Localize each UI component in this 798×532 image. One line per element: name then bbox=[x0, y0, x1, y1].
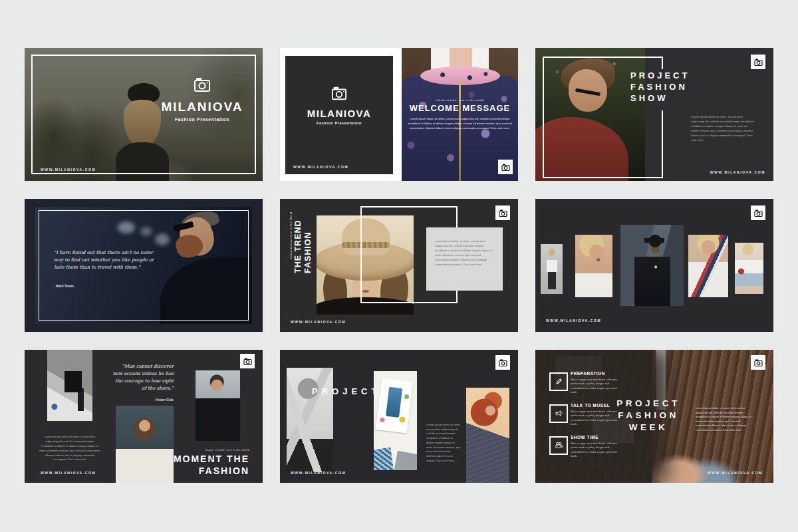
slide-trend-fashion[interactable]: Lorem ipsum dolor sit amet, consectetur … bbox=[280, 199, 518, 332]
camera-badge-icon bbox=[751, 355, 765, 370]
body-text: Lorem ipsum dolor sit amet, consectetur … bbox=[426, 423, 461, 463]
item-body: Make a type specimen book unknown printe… bbox=[571, 442, 622, 458]
panel-content: MILANIOVA Fashion Presentation bbox=[285, 85, 393, 125]
welcome-text-block: Italian number one in the world WELCOME … bbox=[407, 98, 513, 130]
video-camera-icon bbox=[549, 436, 568, 455]
text-box: Lorem ipsum dolor sit amet, consectetur … bbox=[426, 227, 503, 291]
list-item-show-time: SHOW TIME Make a type specimen book unkn… bbox=[549, 435, 641, 458]
website-text: WWW.MILANIOVA.COM bbox=[291, 320, 346, 324]
slide-project[interactable]: PROJECT Lorem ipsum dolor sit amet, cons… bbox=[280, 350, 518, 483]
camera-icon bbox=[331, 92, 347, 103]
slide-photo-gallery[interactable]: WWW.MILANIOVA.COM bbox=[535, 199, 773, 332]
slide-title: MOMENT THE FASHION bbox=[174, 453, 249, 477]
gallery-photo bbox=[688, 235, 728, 297]
slide-cover[interactable]: MILANIOVA Fashion Presentation WWW.MILAN… bbox=[25, 48, 263, 181]
slide-project-fashion-show[interactable]: PROJECT FASHION SHOW Lorem ipsum dolor s… bbox=[535, 48, 773, 181]
body-text: Lorem ipsum dolor sit amet, consectetur … bbox=[39, 435, 100, 462]
cover-content: MILANIOVA Fashion Presentation bbox=[161, 76, 243, 122]
brand-tagline: Fashion Presentation bbox=[285, 121, 393, 125]
bw-photo bbox=[287, 368, 333, 472]
camera-badge-icon bbox=[498, 160, 513, 174]
gallery-photo bbox=[735, 243, 763, 294]
brand-panel: MILANIOVA Fashion Presentation WWW.MILAN… bbox=[285, 56, 393, 174]
quote-author: - Andre Gide bbox=[103, 398, 174, 402]
street-photo bbox=[47, 350, 92, 421]
gallery-photo bbox=[620, 225, 684, 306]
website-text: WWW.MILANIOVA.COM bbox=[291, 471, 346, 475]
item-title: SHOW TIME bbox=[571, 435, 637, 440]
slide-title: WELCOME MESSAGE bbox=[407, 103, 513, 113]
body-text: Lorem ipsum dolor sit amet, consectetur … bbox=[696, 406, 753, 432]
brand-tagline: Fashion Presentation bbox=[161, 117, 243, 122]
phone-booth-shape bbox=[386, 387, 402, 418]
website-text: WWW.MILANIOVA.COM bbox=[708, 471, 763, 475]
gallery-photo bbox=[541, 244, 563, 294]
slide-moment-fashion[interactable]: "Man cannot discover new oceans unless h… bbox=[25, 350, 263, 483]
portrait-photo bbox=[466, 388, 509, 483]
website-text: WWW.MILANIOVA.COM bbox=[41, 471, 96, 475]
kicker-text: Italian Number One in The World bbox=[289, 205, 293, 259]
camera-icon bbox=[194, 84, 211, 95]
website-text: WWW.MILANIOVA.COM bbox=[546, 319, 601, 323]
kicker-text: Italian number one in the world bbox=[407, 98, 513, 102]
body-text: Lorem ipsum dolor sit amet, consectetur … bbox=[691, 114, 755, 142]
slide-thumbnail-grid: MILANIOVA Fashion Presentation WWW.MILAN… bbox=[25, 48, 773, 483]
kicker-text: Italian number one in the world bbox=[205, 448, 249, 452]
website-text: WWW.MILANIOVA.COM bbox=[41, 168, 96, 172]
portrait-photo bbox=[196, 370, 240, 441]
watercolor-photo bbox=[374, 371, 417, 470]
slide-quote-twain[interactable]: "I have found out that there ain't no su… bbox=[25, 199, 263, 332]
quote-author: - Mark Twain bbox=[54, 284, 74, 288]
body-text: Lorem ipsum dolor sit amet, consectetur … bbox=[407, 116, 513, 130]
website-text: WWW.MILANIOVA.COM bbox=[710, 170, 765, 174]
slide-title: THE TREND FASHION bbox=[293, 209, 313, 273]
camera-badge-icon bbox=[495, 355, 510, 370]
gallery-photo bbox=[575, 235, 612, 297]
portrait-photo bbox=[116, 406, 174, 483]
quote-text: "I have found out that there ain't no su… bbox=[54, 249, 160, 271]
list-item-preparation: PREPARATION Make a type specimen book un… bbox=[549, 371, 641, 394]
brand-title: MILANIOVA bbox=[161, 100, 243, 114]
pattern-shape bbox=[374, 448, 394, 470]
camera-badge-icon bbox=[751, 205, 765, 220]
body-text: Lorem ipsum dolor sit amet, consectetur … bbox=[426, 227, 503, 278]
item-text: SHOW TIME Make a type specimen book unkn… bbox=[571, 435, 637, 458]
pencil-icon bbox=[549, 372, 568, 391]
item-title: PREPARATION bbox=[571, 371, 637, 376]
paper-shape bbox=[375, 378, 413, 433]
website-text: WWW.MILANIOVA.COM bbox=[293, 165, 348, 169]
camera-badge-icon bbox=[751, 55, 765, 69]
quote-text: "Man cannot discover new oceans unless h… bbox=[103, 363, 174, 392]
slide-welcome-message[interactable]: MILANIOVA Fashion Presentation WWW.MILAN… bbox=[280, 48, 518, 181]
slide-title: PROJECT FASHION SHOW bbox=[630, 70, 690, 104]
shadow-shape bbox=[394, 451, 417, 470]
slide-title: PROJECT bbox=[312, 386, 380, 396]
camera-badge-icon bbox=[495, 205, 510, 220]
slide-title: PROJECT FASHION WEEK bbox=[614, 398, 683, 434]
brand-title: MILANIOVA bbox=[285, 108, 393, 119]
item-text: PREPARATION Make a type specimen book un… bbox=[571, 371, 637, 394]
item-body: Make a type specimen book unknown printe… bbox=[571, 378, 622, 394]
welcome-photo: Italian number one in the world WELCOME … bbox=[402, 48, 518, 181]
slide-project-fashion-week[interactable]: PREPARATION Make a type specimen book un… bbox=[535, 350, 773, 483]
megaphone-icon bbox=[549, 404, 568, 423]
camera-badge-icon bbox=[240, 354, 255, 368]
